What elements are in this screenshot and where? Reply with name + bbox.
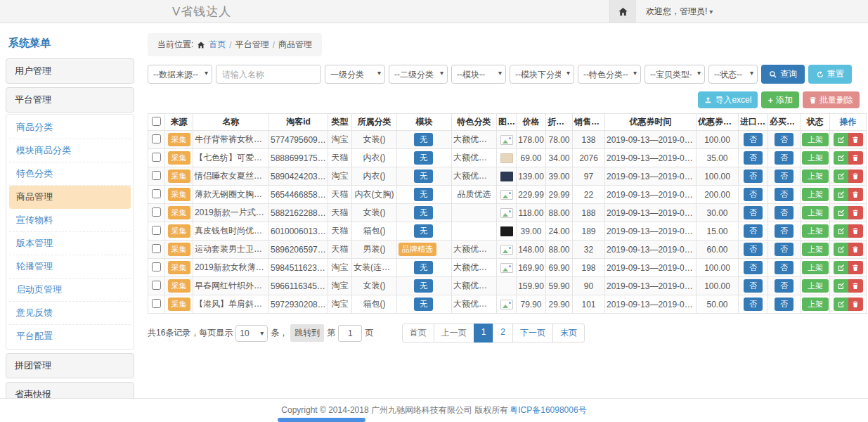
add-button[interactable]: + 添加 (761, 91, 799, 108)
status-toggle[interactable]: 上架 (802, 170, 829, 183)
import-select-toggle[interactable]: 否 (744, 133, 763, 146)
jump-button[interactable]: 跳转到 (290, 324, 324, 342)
status-toggle[interactable]: 上架 (802, 206, 829, 219)
must-buy-toggle[interactable]: 否 (775, 224, 793, 238)
sidebar-item-splash-management[interactable]: 启动页管理 (9, 279, 131, 302)
must-buy-toggle[interactable]: 否 (775, 206, 793, 219)
delete-button[interactable] (848, 261, 863, 274)
delete-button[interactable] (848, 170, 863, 183)
sidebar-item-user-management[interactable]: 用户管理 (6, 58, 134, 84)
delete-button[interactable] (848, 133, 863, 146)
sidebar-item-platform-config[interactable]: 平台配置 (9, 325, 131, 347)
item-type-select[interactable]: --宝贝类型-- (644, 65, 705, 84)
breadcrumb-home-link[interactable]: 首页 (209, 39, 226, 51)
delete-button[interactable] (848, 206, 863, 219)
row-checkbox[interactable] (152, 207, 161, 217)
sidebar-item-feature-category[interactable]: 特色分类 (9, 162, 131, 186)
sidebar-item-product-category[interactable]: 商品分类 (9, 116, 131, 139)
user-menu[interactable]: 欢迎您，管理员!▾ (636, 6, 868, 18)
edit-button[interactable] (834, 188, 848, 201)
delete-button[interactable] (848, 224, 863, 238)
pager-last[interactable]: 末页 (552, 324, 585, 343)
level2-category-select[interactable]: --二级分类-- (389, 65, 448, 84)
status-toggle[interactable]: 上架 (802, 151, 829, 165)
status-select[interactable]: --状态-- (708, 65, 758, 84)
home-button[interactable] (609, 0, 636, 23)
must-buy-toggle[interactable]: 否 (775, 133, 793, 146)
reset-button[interactable]: 重置 (808, 65, 852, 84)
must-buy-toggle[interactable]: 否 (775, 298, 793, 311)
edit-button[interactable] (834, 151, 848, 165)
status-toggle[interactable]: 上架 (802, 224, 829, 238)
import-excel-button[interactable]: 导入excel (698, 91, 758, 108)
import-select-toggle[interactable]: 否 (744, 170, 763, 183)
import-select-toggle[interactable]: 否 (744, 279, 763, 293)
edit-button[interactable] (834, 206, 848, 219)
edit-button[interactable] (834, 243, 848, 256)
icp-link[interactable]: 粤ICP备16098006号 (510, 404, 586, 416)
import-select-toggle[interactable]: 否 (744, 188, 763, 201)
delete-button[interactable] (848, 188, 863, 201)
import-select-toggle[interactable]: 否 (744, 224, 763, 238)
status-toggle[interactable]: 上架 (802, 243, 829, 256)
edit-button[interactable] (834, 261, 848, 274)
pager-next[interactable]: 下一页 (512, 324, 553, 343)
batch-delete-button[interactable]: 批量删除 (803, 91, 860, 108)
sidebar-item-product-management[interactable]: 商品管理 (9, 186, 131, 209)
pager-page-1[interactable]: 1 (474, 324, 494, 343)
row-checkbox[interactable] (152, 299, 161, 308)
delete-button[interactable] (848, 243, 863, 256)
must-buy-toggle[interactable]: 否 (775, 261, 793, 274)
pager-first[interactable]: 首页 (402, 324, 434, 343)
edit-button[interactable] (834, 279, 848, 293)
sidebar-item-platform-management[interactable]: 平台管理 (6, 87, 134, 113)
data-source-select[interactable]: --数据来源-- (148, 65, 212, 84)
must-buy-toggle[interactable]: 否 (775, 188, 793, 201)
search-button[interactable]: 查询 (761, 65, 805, 84)
row-checkbox[interactable] (152, 262, 161, 271)
must-buy-toggle[interactable]: 否 (775, 279, 793, 293)
import-select-toggle[interactable]: 否 (744, 243, 763, 256)
sidebar-item-group-buy[interactable]: 拼团管理 (6, 353, 134, 378)
row-checkbox[interactable] (152, 153, 161, 162)
level1-category-select[interactable]: 一级分类 (325, 65, 385, 84)
import-select-toggle[interactable]: 否 (744, 151, 763, 165)
import-select-toggle[interactable]: 否 (744, 206, 763, 219)
row-checkbox[interactable] (152, 189, 161, 198)
row-checkbox[interactable] (152, 244, 161, 253)
status-toggle[interactable]: 上架 (802, 298, 829, 311)
horizontal-scrollbar-thumb[interactable] (278, 418, 365, 422)
page-number-input[interactable] (338, 325, 362, 342)
pager-page-2[interactable]: 2 (493, 324, 513, 343)
must-buy-toggle[interactable]: 否 (775, 151, 793, 165)
delete-button[interactable] (848, 279, 863, 293)
row-checkbox[interactable] (152, 281, 161, 290)
feature-category-select[interactable]: --特色分类-- (578, 65, 641, 84)
import-select-toggle[interactable]: 否 (744, 261, 763, 274)
row-checkbox[interactable] (152, 226, 161, 235)
select-all-checkbox[interactable] (152, 117, 161, 126)
must-buy-toggle[interactable]: 否 (775, 170, 793, 183)
edit-button[interactable] (834, 224, 848, 238)
edit-button[interactable] (834, 170, 848, 183)
status-toggle[interactable]: 上架 (802, 261, 829, 274)
sidebar-item-module-product-category[interactable]: 模块商品分类 (9, 139, 131, 162)
module-sub-category-select[interactable]: --模块下分类-- (510, 65, 574, 84)
delete-button[interactable] (848, 151, 863, 165)
edit-button[interactable] (834, 133, 848, 146)
sidebar-item-version-management[interactable]: 版本管理 (9, 232, 131, 255)
status-toggle[interactable]: 上架 (802, 279, 829, 293)
sidebar-item-feedback[interactable]: 意见反馈 (9, 302, 131, 325)
row-checkbox[interactable] (152, 134, 161, 143)
edit-button[interactable] (834, 298, 848, 311)
row-checkbox[interactable] (152, 171, 161, 180)
pager-prev[interactable]: 上一页 (434, 324, 474, 343)
status-toggle[interactable]: 上架 (802, 133, 829, 146)
name-search-input[interactable] (216, 65, 321, 84)
per-page-select[interactable]: 10 (235, 325, 268, 342)
delete-button[interactable] (848, 298, 863, 311)
module-select[interactable]: --模块-- (451, 65, 506, 84)
import-select-toggle[interactable]: 否 (744, 298, 763, 311)
sidebar-item-carousel-management[interactable]: 轮播管理 (9, 255, 131, 279)
must-buy-toggle[interactable]: 否 (775, 243, 793, 256)
